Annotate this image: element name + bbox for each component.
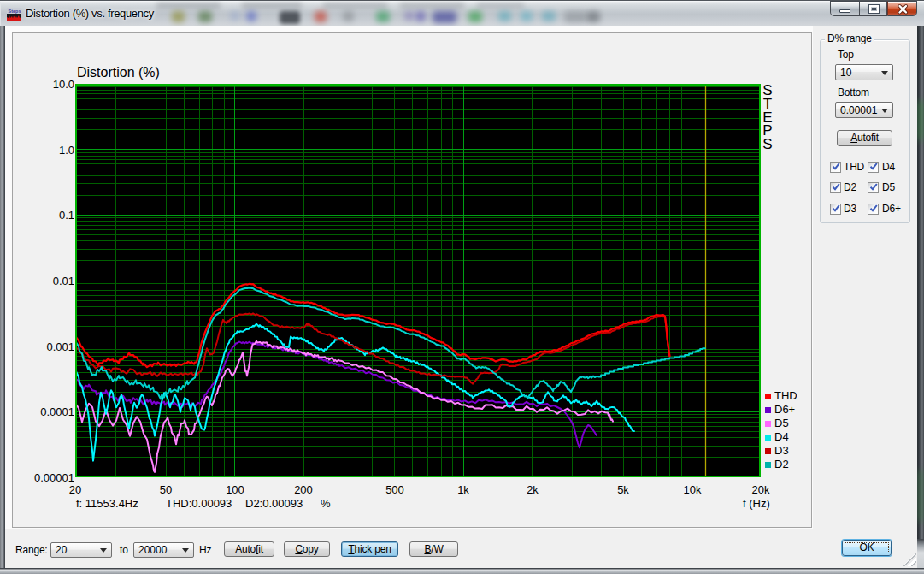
svg-text:Steps: Steps	[9, 9, 21, 14]
